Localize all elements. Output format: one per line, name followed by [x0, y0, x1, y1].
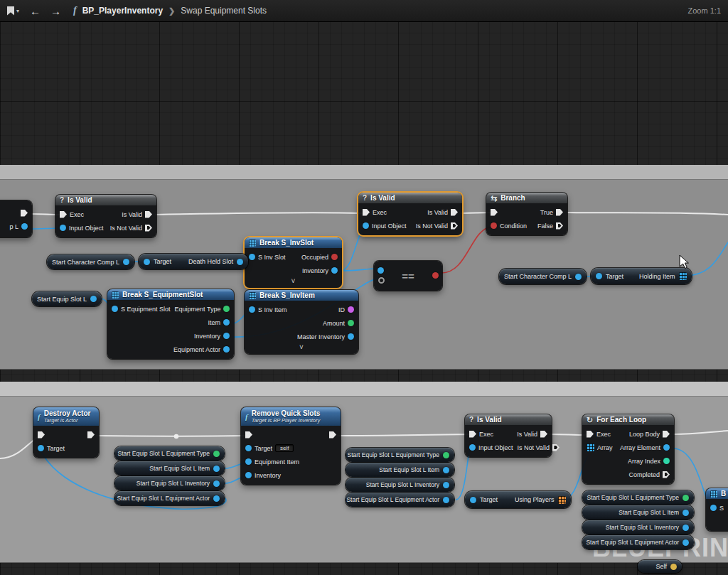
- object-out-pin[interactable]: [123, 259, 129, 265]
- node-is-valid-1[interactable]: ? Is Valid Exec Is Valid Input Object Is…: [55, 195, 156, 237]
- exec-in-pin[interactable]: [363, 209, 370, 216]
- amount-pin[interactable]: [348, 320, 354, 326]
- compare-in-pin-b[interactable]: [378, 277, 385, 284]
- exec-out-pin[interactable]: [451, 209, 458, 216]
- exec-out-pin[interactable]: [329, 431, 336, 439]
- pill-group-right-row[interactable]: Start Equip Slot L Equipment Actor: [582, 535, 694, 549]
- inventory-out-pin[interactable]: [443, 482, 449, 488]
- node-equals[interactable]: ==: [374, 261, 442, 291]
- pill-group-left-row[interactable]: Start Equip Slot L Item: [114, 461, 225, 475]
- item-out-pin[interactable]: [443, 467, 449, 473]
- equipment-type-out-pin[interactable]: [443, 452, 449, 458]
- target-pin[interactable]: [38, 445, 44, 451]
- target-default-value[interactable]: self: [275, 444, 294, 452]
- exec-in-pin[interactable]: [38, 431, 45, 439]
- pill-group-middle-row[interactable]: Start Equip Slot L Equipment Actor: [346, 493, 454, 507]
- equipment-type-out-pin[interactable]: [682, 495, 689, 501]
- node-left-clipped[interactable]: p L: [0, 200, 32, 237]
- false-exec-out-pin[interactable]: [556, 222, 563, 230]
- node-break-inv-item[interactable]: Break S_InvItem S Inv Item ID Amount Mas…: [245, 290, 358, 354]
- object-out-pin[interactable]: [90, 296, 97, 302]
- exec-out-pin[interactable]: [21, 210, 28, 217]
- exec-in-pin[interactable]: [60, 211, 67, 218]
- pill-start-equip-slot[interactable]: Start Equip Slot L: [32, 291, 102, 306]
- equipment-item-pin[interactable]: [245, 458, 252, 465]
- equipment-actor-out-pin[interactable]: [682, 539, 689, 546]
- object-out-pin[interactable]: [575, 274, 582, 280]
- collapse-chevron-icon[interactable]: ˅: [245, 343, 358, 351]
- array-out-pin[interactable]: [558, 496, 566, 504]
- equipment-actor-out-pin[interactable]: [443, 497, 449, 503]
- pill-group-left-row[interactable]: Start Equip Slot L Inventory: [114, 476, 225, 490]
- forward-button[interactable]: →: [48, 6, 63, 16]
- equipment-actor-out-pin[interactable]: [213, 495, 220, 502]
- node-is-valid-2-selected[interactable]: ? Is Valid Exec Is Valid Input Object Is…: [358, 193, 462, 235]
- target-pin[interactable]: [245, 445, 252, 451]
- equipment-actor-pin[interactable]: [223, 346, 230, 353]
- blueprint-graph-canvas[interactable]: BLUEPRINT: [0, 0, 728, 575]
- pill-group-middle-row[interactable]: Start Equip Slot L Equipment Type: [346, 448, 454, 462]
- struct-in-pin[interactable]: [112, 306, 118, 312]
- collapse-chevron-icon[interactable]: ˅: [245, 277, 342, 285]
- pill-holding-item[interactable]: Target Holding Item: [591, 268, 692, 284]
- pill-start-character-comp-2[interactable]: Start Character Comp L: [499, 269, 587, 284]
- node-branch[interactable]: ⇆ Branch True Condition False: [486, 193, 567, 235]
- target-in-pin[interactable]: [596, 273, 602, 279]
- exec-in-pin[interactable]: [469, 431, 476, 438]
- pill-group-left-row[interactable]: Start Equip Slot L Equipment Type: [114, 446, 225, 461]
- object-out-pin[interactable]: [21, 223, 28, 230]
- equipment-type-pin[interactable]: [223, 306, 230, 312]
- node-remove-quick-slots[interactable]: f Remove Quick Slots Target is BP Player…: [241, 407, 341, 485]
- inventory-out-pin[interactable]: [682, 525, 689, 531]
- exec-out-pin[interactable]: [87, 431, 95, 439]
- node-break-equipment-slot[interactable]: Break S_EquipmentSlot S Equipment Slot E…: [107, 289, 234, 359]
- pill-self[interactable]: Self: [638, 560, 682, 573]
- inventory-pin[interactable]: [245, 472, 252, 478]
- pill-group-right-row[interactable]: Start Equip Slot L Item: [582, 505, 694, 520]
- input-object-pin[interactable]: [469, 444, 476, 451]
- master-inventory-pin[interactable]: [348, 333, 354, 340]
- inventory-out-pin[interactable]: [213, 480, 220, 487]
- object-out-pin[interactable]: [237, 259, 243, 265]
- self-out-pin[interactable]: [670, 564, 677, 570]
- exec-out-pin[interactable]: [145, 225, 152, 232]
- item-pin[interactable]: [223, 319, 230, 326]
- target-in-pin[interactable]: [470, 497, 476, 503]
- exec-in-pin[interactable]: [491, 209, 498, 216]
- pill-group-right-row[interactable]: Start Equip Slot L Equipment Type: [582, 490, 694, 505]
- pill-group-middle-row[interactable]: Start Equip Slot L Inventory: [346, 478, 454, 492]
- exec-out-pin[interactable]: [552, 444, 560, 451]
- item-out-pin[interactable]: [213, 466, 220, 472]
- node-is-valid-3[interactable]: ? Is Valid Exec Is Valid Input Object Is…: [465, 414, 552, 457]
- breadcrumb-root[interactable]: BP_PlayerInventory: [82, 6, 163, 16]
- exec-in-pin[interactable]: [245, 431, 252, 439]
- node-right-clipped[interactable]: B S: [706, 488, 728, 531]
- node-break-inv-slot-selected[interactable]: Break S_InvSlot S Inv Slot Occupied Inve…: [245, 237, 342, 288]
- comment-band-top-header[interactable]: [0, 165, 728, 180]
- pill-start-character-comp-1[interactable]: Start Character Comp L: [47, 254, 134, 269]
- exec-in-pin[interactable]: [587, 431, 594, 438]
- back-button[interactable]: ←: [28, 6, 43, 16]
- array-in-pin[interactable]: [587, 444, 594, 451]
- input-object-pin[interactable]: [60, 225, 66, 231]
- exec-out-pin[interactable]: [451, 222, 458, 230]
- breadcrumb-page[interactable]: Swap Equipment Slots: [181, 6, 267, 16]
- struct-in-pin[interactable]: [249, 306, 255, 313]
- pill-group-middle-row[interactable]: Start Equip Slot L Item: [346, 463, 454, 477]
- struct-in-pin[interactable]: [249, 254, 255, 260]
- input-object-pin[interactable]: [363, 222, 369, 229]
- bool-out-pin[interactable]: [432, 272, 439, 279]
- equipment-type-out-pin[interactable]: [213, 451, 220, 457]
- inventory-pin[interactable]: [223, 333, 230, 339]
- target-in-pin[interactable]: [144, 259, 150, 265]
- exec-out-pin[interactable]: [145, 211, 152, 218]
- completed-exec-pin[interactable]: [663, 471, 670, 478]
- pill-group-right-row[interactable]: Start Equip Slot L Inventory: [582, 520, 694, 534]
- array-element-pin[interactable]: [663, 444, 670, 451]
- item-out-pin[interactable]: [682, 510, 689, 516]
- exec-out-pin[interactable]: [540, 431, 547, 438]
- node-for-each-loop[interactable]: ↻ For Each Loop Exec Loop Body Array Arr…: [582, 414, 674, 484]
- array-out-pin[interactable]: [679, 272, 687, 280]
- compare-in-pin-a[interactable]: [378, 267, 384, 274]
- inventory-pin[interactable]: [331, 267, 338, 274]
